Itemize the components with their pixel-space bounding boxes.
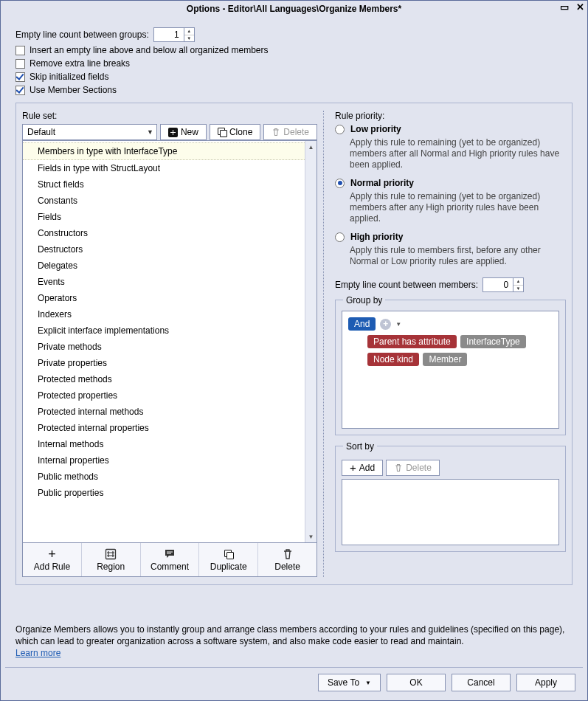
region-button[interactable]: Region [82,543,141,576]
skip-initialized-label: Skip initialized fields [30,72,108,82]
duplicate-button[interactable]: Duplicate [199,543,258,576]
rule-item[interactable]: Constants [23,193,305,209]
delete-ruleset-button: Delete [263,124,317,140]
rule-item[interactable]: Explicit interface implementations [23,322,305,339]
low-priority-title: Low priority [350,124,401,134]
cancel-button[interactable]: Cancel [452,674,511,691]
save-to-label: Save To [328,677,359,688]
svg-rect-0 [106,549,116,559]
rule-set-combo[interactable]: Default ▼ [22,124,157,140]
group-by-fieldset: Group by And + ▼ Parent has attribute In… [335,300,566,435]
empty-line-groups-input[interactable] [154,28,184,41]
condition-2-label[interactable]: Node kind [367,353,419,366]
rule-item[interactable]: Internal properties [23,452,305,469]
member-sections-checkbox[interactable] [15,86,25,95]
close-icon[interactable]: ✕ [576,2,584,13]
rule-item[interactable]: Constructors [23,225,305,241]
clone-icon [224,550,233,559]
rule-item[interactable]: Public properties [23,485,305,501]
hash-icon [105,548,117,560]
empty-line-groups-label: Empty line count between groups: [15,30,149,40]
clone-ruleset-button[interactable]: Clone [210,124,260,140]
ok-button[interactable]: OK [387,674,446,691]
low-priority-desc: Apply this rule to remaining (yet to be … [350,137,566,170]
add-rule-label: Add Rule [34,562,70,572]
insert-empty-line-label: Insert an empty line above and below all… [30,45,269,55]
region-label: Region [97,562,125,572]
save-to-button[interactable]: Save To ▼ [318,674,381,691]
rule-item[interactable]: Public methods [23,469,305,485]
skip-initialized-checkbox[interactable] [15,72,25,82]
scroll-down-icon[interactable]: ▼ [305,531,317,542]
empty-line-members-spinner[interactable]: ▲ ▼ [482,277,524,292]
add-rule-button[interactable]: + Add Rule [23,543,82,576]
rule-list-scrollbar[interactable]: ▲ ▼ [305,141,317,542]
comment-icon [164,548,176,560]
rule-item[interactable]: Private properties [23,355,305,371]
rule-item[interactable]: Private methods [23,339,305,355]
rule-item[interactable]: Delegates [23,258,305,274]
duplicate-label: Duplicate [210,562,247,572]
rule-item[interactable]: Fields [23,209,305,225]
rule-item[interactable]: Protected internal methods [23,404,305,420]
delete-rule-button[interactable]: Delete [258,543,317,576]
rule-item[interactable]: Events [23,274,305,290]
rule-item[interactable]: Members in type with InterfaceType [23,142,305,160]
sort-add-button[interactable]: + Add [342,460,383,476]
condition-1-label[interactable]: Parent has attribute [367,335,457,348]
trash-icon [282,548,294,560]
rule-item[interactable]: Indexers [23,306,305,322]
rule-item[interactable]: Internal methods [23,436,305,452]
panel-divider[interactable] [320,111,326,577]
rule-item[interactable]: Operators [23,290,305,306]
high-priority-desc: Apply this rule to members first, before… [350,245,566,267]
empty-line-members-input[interactable] [483,278,513,291]
new-ruleset-button[interactable]: New [160,124,207,140]
normal-priority-radio[interactable] [335,179,345,188]
normal-priority-desc: Apply this rule to remaining (yet to be … [350,191,566,224]
sort-by-canvas[interactable] [342,479,559,545]
learn-more-link[interactable]: Learn more [15,648,60,658]
remove-breaks-checkbox[interactable] [15,59,25,69]
sort-delete-button: Delete [386,460,440,476]
rule-item[interactable]: Protected internal properties [23,420,305,436]
spinner-down-icon[interactable]: ▼ [513,286,523,292]
rule-item[interactable]: Destructors [23,241,305,258]
delete-rule-label: Delete [274,562,300,572]
window-title: Options - Editor\All Languages\Organize … [187,4,401,14]
rule-list[interactable]: Members in type with InterfaceTypeFields… [23,141,305,542]
rule-item[interactable]: Struct fields [23,176,305,193]
footer-description: Organize Members allows you to instantly… [15,624,573,659]
empty-line-groups-spinner[interactable]: ▲ ▼ [153,27,195,42]
high-priority-radio[interactable] [335,232,345,242]
apply-button[interactable]: Apply [516,674,575,691]
spinner-up-icon[interactable]: ▲ [184,28,194,35]
title-bar: Options - Editor\All Languages\Organize … [1,1,587,17]
rule-item[interactable]: Protected properties [23,387,305,404]
plus-icon: + [48,549,56,559]
rule-item[interactable]: Protected methods [23,371,305,387]
high-priority-title: High priority [350,232,403,242]
chevron-down-icon[interactable]: ▼ [395,321,401,328]
group-by-canvas[interactable]: And + ▼ Parent has attribute InterfaceTy… [342,311,559,429]
condition-1-value[interactable]: InterfaceType [460,335,526,348]
add-condition-icon[interactable]: + [380,319,391,330]
empty-line-members-label: Empty line count between members: [335,280,478,290]
comment-button[interactable]: Comment [141,543,200,576]
spinner-up-icon[interactable]: ▲ [513,278,523,286]
scroll-up-icon[interactable]: ▲ [305,141,317,153]
group-root-pill[interactable]: And [348,317,376,331]
member-sections-label: Use Member Sections [30,85,117,95]
comment-label: Comment [151,562,189,572]
sort-add-label: Add [359,463,375,473]
sort-by-fieldset: Sort by + Add Delete [335,446,566,552]
plus-icon [168,128,178,137]
rule-item[interactable]: Fields in type with StructLayout [23,160,305,176]
spinner-down-icon[interactable]: ▼ [184,35,194,42]
insert-empty-line-checkbox[interactable] [15,46,25,55]
low-priority-radio[interactable] [335,125,345,134]
condition-2-value[interactable]: Member [423,353,467,366]
plus-icon: + [350,463,356,473]
maximize-icon[interactable]: ▭ [560,2,569,13]
separator [5,667,583,668]
